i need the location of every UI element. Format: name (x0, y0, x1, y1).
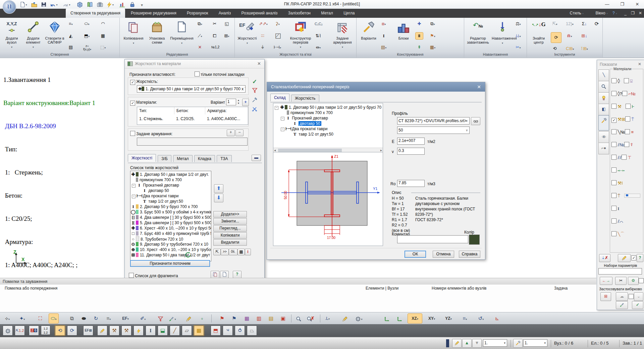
display-slider[interactable] (624, 194, 640, 198)
dialog2-title-bar[interactable]: Сталезалізобетонний поперечний переріз ✕ (267, 82, 485, 92)
list-item[interactable]: I2. Двотавр 50 у брусі 700 х 700 (130, 204, 211, 209)
color-swatch[interactable] (469, 235, 480, 245)
grid-26-icon[interactable]: 26 (29, 326, 39, 336)
help-icon[interactable]: ? (233, 271, 241, 278)
tab-advanced-analysis[interactable]: Розширений аналіз (237, 9, 282, 18)
grid-d-icon[interactable]: ▣ (278, 314, 288, 323)
list-item[interactable]: []4. Два швелери [ ] 30 у брусі 500 x 50… (130, 215, 211, 220)
design-variant-combo[interactable]: 1.▾ (523, 339, 547, 347)
profile-combo[interactable]: СТ 8239-72*) <DVUTAVR.profiles.srt>∨ (397, 117, 470, 124)
slider-thumb[interactable] (626, 194, 628, 196)
pick-pencil-icon[interactable] (184, 314, 193, 323)
grid-a-icon[interactable]: ▦ (242, 314, 252, 323)
grid-c-icon[interactable]: ▤ (266, 314, 276, 323)
e-field[interactable]: 2.1e+007 (397, 138, 425, 145)
list-item[interactable]: I двотавр 50 (130, 188, 211, 193)
surface-function-icon[interactable]: z=f(x,y)▾ (80, 44, 94, 51)
scissors-icon[interactable]: ✂ (211, 20, 218, 27)
mosaic-curve-icon[interactable]: ⋒▾ (566, 33, 573, 39)
confirm-check-button[interactable]: ✓ (632, 301, 643, 309)
stiffness-type-list[interactable]: ✚1. Двотавр 50 і два таври 1/2 от двут. … (130, 171, 211, 261)
mesh-plate-icon[interactable]: ▦ (99, 33, 107, 39)
assign-current-button[interactable]: Призначити поточним (130, 260, 210, 267)
gears-icon[interactable] (3, 326, 13, 336)
ground-anchor-icon[interactable]: ⏛▾ (315, 44, 322, 51)
insert-scheme-icon[interactable]: ⊞▾ (223, 33, 230, 39)
yellow-mesh-icon[interactable]: ▦ (194, 326, 204, 336)
close-icon[interactable]: ✕ (638, 62, 641, 66)
profile-size-combo[interactable]: 50∨ (397, 127, 470, 134)
update-results-icon[interactable]: ⟳ (593, 20, 601, 29)
brush-paint-icon[interactable]: ▾ (168, 314, 177, 323)
sketch-plane-icon[interactable] (97, 326, 107, 336)
variant-spinner-arrows[interactable]: ▲▼ (236, 99, 240, 105)
move-up-button[interactable]: ⬆ (214, 184, 223, 193)
brush-apply-button[interactable] (616, 301, 628, 309)
tab-steel[interactable]: Метал (173, 155, 192, 162)
mesh-table-icon[interactable]: ⌗▾ (104, 314, 113, 323)
white-quad-icon[interactable]: ▱ (182, 326, 192, 336)
variants-button[interactable]: Варіанти (359, 19, 379, 51)
section-constructor-button[interactable]: Конструктор перерізів▾ (288, 19, 313, 51)
splitter-grip[interactable] (446, 339, 449, 347)
c1c2-coefficients-icon[interactable]: C₁C₂ (315, 20, 322, 27)
table-down-icon[interactable]: ⊞↓ (581, 33, 588, 39)
grid-12-icon[interactable]: 1.21.2 (41, 326, 50, 335)
zoom-cancel-icon[interactable]: ✗ (306, 314, 315, 323)
shade-ellipse-icon[interactable]: ⬬ (79, 314, 89, 323)
hatch-selected-icon[interactable]: ⩩ (416, 33, 423, 39)
doc-restore-icon[interactable]: ❐ (631, 9, 635, 18)
ro-field[interactable]: 7.85 (397, 180, 425, 187)
pan-compass-icon[interactable]: ✦▾ (17, 314, 27, 323)
tree-item[interactable]: T тавр 1/2 от двут.50 (273, 132, 383, 137)
plane-grid-icon[interactable]: ⌗▾ (460, 314, 470, 323)
axes-uvw-icon[interactable] (395, 314, 405, 323)
list-item[interactable]: ⊙9. Двотавр 50 у трубобетоні 720 x 10 (130, 242, 211, 247)
list-item[interactable]: ✚6. Хрест -400 x 10, --200 x 10 у брусі … (130, 226, 211, 231)
pin-grid-icon[interactable]: ⊺⊞▾ (581, 45, 588, 52)
truss-icon[interactable]: ◭ (67, 33, 74, 39)
tab-analysis[interactable]: Аналіз (214, 9, 235, 18)
copy-list-icon[interactable] (211, 271, 219, 278)
list-item[interactable]: T тавр 1/2 от двут.50 (130, 199, 211, 204)
plane-xz-button[interactable]: XZ▾ (408, 314, 422, 323)
flag-red-icon[interactable]: ⚑ (217, 314, 227, 323)
v-field[interactable]: 0.3 (397, 148, 425, 155)
rotate-12-icon[interactable]: ⥀ (235, 326, 245, 336)
hammer-design-icon[interactable] (598, 115, 609, 131)
collapse-node-icon[interactable]: − (132, 184, 136, 188)
dialog-title-bar[interactable]: Жорсткості та матеріали ✕ (125, 59, 264, 68)
numbers-view-button[interactable]: 0ii. (229, 249, 237, 255)
move-down-button[interactable]: ⬇ (214, 194, 223, 202)
checkbox-box[interactable] (195, 71, 200, 77)
materials-table[interactable]: Тип: Бетон: Арматура: 1. Стержень. 1. С2… (137, 107, 248, 125)
tab-advanced-edit[interactable]: Розширене редагування (126, 9, 181, 18)
rotate-circle-icon[interactable]: ↺▾ (476, 314, 486, 323)
tree-item[interactable]: прямокутник 700 х 700 (273, 110, 383, 115)
col-elements-nodes[interactable]: Елементи | Вузли (366, 286, 398, 291)
tile-views-icon[interactable]: ◧ (598, 104, 609, 115)
dimension-12-icon[interactable]: 12)▾ (566, 20, 573, 27)
sort-cancel-button[interactable]: ⇣✗ (599, 254, 610, 262)
change-button[interactable]: Змінити... (213, 218, 247, 225)
lamp-icon[interactable] (598, 92, 609, 104)
scroll-right-icon[interactable]: ▸ (380, 148, 382, 152)
pointer-mode-icon[interactable]: ⇱ (213, 249, 221, 255)
ruler-select-icon[interactable]: ⇱▾ (551, 20, 558, 27)
pack-tool-icon[interactable]: ⍖ (197, 314, 207, 323)
assign-k-icon[interactable]: ⚒ (109, 326, 119, 336)
edit-pencil-button[interactable] (618, 254, 631, 262)
help-button[interactable]: Справка (459, 251, 480, 258)
joint-tool-icon[interactable]: ⚳▾ (274, 20, 281, 27)
c-grid-icon[interactable]: C⊞▾ (566, 45, 573, 52)
building-frame-icon[interactable]: ▤ (67, 44, 74, 51)
ok-button[interactable]: ОК (405, 251, 426, 258)
tree-item[interactable]: I двотавр 50 (273, 121, 383, 126)
rotate-copy-icon[interactable]: ⧉▾ (196, 20, 204, 27)
flag-sign-icon[interactable]: ⚑▾ (429, 33, 436, 39)
pen-plus-icon[interactable]: ✚ (416, 20, 423, 27)
list-item[interactable]: ○8. Трубобетон 720 x 10 (130, 236, 211, 242)
close-icon[interactable]: ✕ (477, 82, 481, 92)
distributed-load-icon[interactable]: ⫰⫰▾ (515, 33, 522, 39)
tab-masonry[interactable]: Кладка (194, 155, 215, 162)
